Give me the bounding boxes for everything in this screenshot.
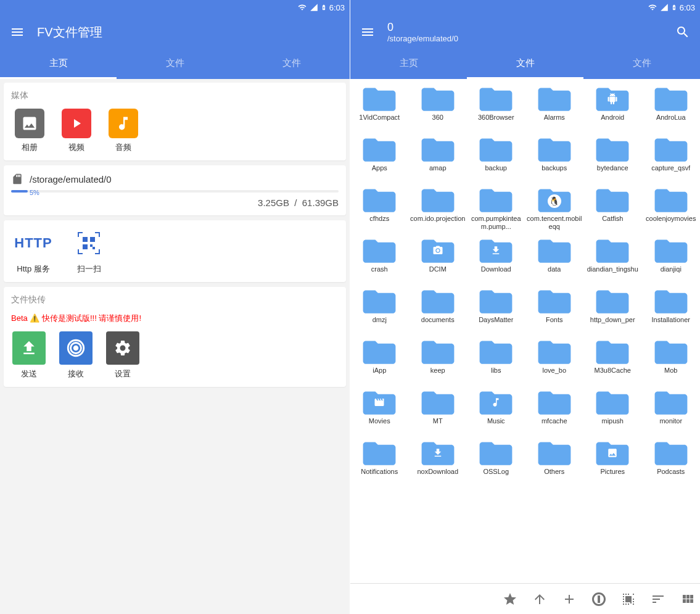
folder-label: noxDownload [417,468,458,484]
tab-files-1[interactable]: 文件 [467,49,583,79]
folder-label: backups [541,164,567,180]
folder-item[interactable]: backup [467,133,525,183]
folder-icon [654,136,688,163]
folder-item[interactable]: libs [467,336,525,385]
folder-item[interactable]: 🐧com.tencent.mobileqq [525,184,584,233]
view-icon[interactable] [680,592,695,607]
folder-item[interactable]: keep [409,336,467,385]
folder-item[interactable]: OSSLog [467,437,525,486]
tab-home[interactable]: 主页 [0,49,117,79]
add-icon[interactable] [562,592,577,607]
menu-icon[interactable] [360,25,375,39]
folder-item[interactable]: dianjiqi [642,234,701,284]
media-video[interactable]: 视频 [62,109,91,153]
folder-icon [537,439,572,467]
folder-item[interactable]: monitor [642,386,701,436]
folder-item[interactable]: Catfish [583,184,642,233]
folder-item[interactable]: Music [467,386,525,436]
folder-item[interactable]: amap [409,133,467,183]
folder-item[interactable]: Apps [350,133,409,183]
folder-item[interactable]: com.pumpkinteam.pump... [467,184,525,233]
search-icon[interactable] [675,25,690,39]
app-bar: 0 /storage/emulated/0 [350,15,700,49]
tab-files-1[interactable]: 文件 [117,49,233,79]
folder-item[interactable]: 1VidCompact [350,83,409,132]
storage-card[interactable]: /storage/emulated/0 5% 3.25GB / 61.39GB [4,165,346,215]
folder-item[interactable]: dmzj [350,285,409,334]
folder-grid-container[interactable]: 1VidCompact360360BrowserAlarmsAndroidAnd… [350,79,700,583]
http-service[interactable]: HTTP Http 服务 [15,228,52,275]
folder-item[interactable]: MT [409,386,467,436]
qr-scan[interactable]: 扫一扫 [70,228,107,275]
folder-title: 0 [387,21,663,34]
media-image[interactable]: 相册 [15,109,44,153]
folder-icon [479,85,513,112]
menu-icon[interactable] [10,25,25,39]
folder-item[interactable]: love_bo [525,336,584,385]
folder-item[interactable]: Fonts [525,285,584,334]
folder-item[interactable]: mipush [583,386,642,436]
folder-icon [479,288,513,315]
folder-item[interactable]: Podcasts [642,437,701,486]
folder-item[interactable]: cfhdzs [350,184,409,233]
tab-files-2[interactable]: 文件 [583,49,700,79]
folder-icon [537,85,572,112]
folder-item[interactable]: coolenjoymovies [642,184,701,233]
folder-item[interactable]: noxDownload [409,437,467,486]
folder-icon [654,237,688,264]
folder-item[interactable]: com.ido.projection [409,184,467,233]
folder-item[interactable]: capture_qsvf [642,133,701,183]
folder-item[interactable]: Android [583,83,642,132]
picture-icon [607,447,618,461]
star-icon[interactable] [503,592,517,607]
folder-item[interactable]: Download [467,234,525,284]
folder-item[interactable]: backups [525,133,584,183]
video-icon [62,109,91,138]
folder-item[interactable]: DaysMatter [467,285,525,334]
settings-icon [106,331,139,365]
action-receive[interactable]: 接收 [59,331,93,380]
folder-item[interactable]: Notifications [350,437,409,486]
folder-item[interactable]: 360Browser [467,83,525,132]
folder-item[interactable]: Others [525,437,584,486]
folder-item[interactable]: http_down_per [583,285,642,334]
sort-icon[interactable] [651,592,665,607]
tab-home[interactable]: 主页 [350,49,467,79]
folder-item[interactable]: Installationer [642,285,701,334]
tab-files-2[interactable]: 文件 [233,49,350,79]
folder-item[interactable]: mfcache [525,386,584,436]
qq-icon: 🐧 [548,194,561,208]
folder-item[interactable]: DCIM [409,234,467,284]
folder-item[interactable]: crash [350,234,409,284]
folder-item[interactable]: Pictures [583,437,642,486]
select-icon[interactable] [621,592,636,607]
info-icon[interactable] [591,592,606,607]
folder-item[interactable]: iApp [350,336,409,385]
folder-item[interactable]: AndroLua [642,83,701,132]
folder-label: Android [601,114,624,130]
folder-item[interactable]: 360 [409,83,467,132]
folder-item[interactable]: diandian_tingshu [583,234,642,284]
audio-icon [109,109,138,138]
folder-label: iApp [373,367,386,383]
action-settings[interactable]: 设置 [106,331,139,380]
folder-item[interactable]: data [525,234,584,284]
folder-icon [362,338,397,365]
up-icon[interactable] [532,592,547,607]
svg-rect-4 [93,247,95,249]
wifi-icon [297,3,307,12]
action-upload[interactable]: 发送 [12,331,46,380]
tools-card: HTTP Http 服务 扫一扫 [4,220,346,282]
folder-item[interactable]: documents [409,285,467,334]
folder-item[interactable]: Movies [350,386,409,436]
folder-item[interactable]: Mob [642,336,701,385]
media-audio[interactable]: 音频 [109,109,138,153]
folder-label: data [548,265,561,281]
folder-item[interactable]: bytedance [583,133,642,183]
folder-icon [421,237,455,264]
folder-label: mfcache [541,417,567,433]
folder-item[interactable]: Alarms [525,83,584,132]
folder-item[interactable]: M3u8Cache [583,336,642,385]
phone-right: 6:03 0 /storage/emulated/0 主页 文件 文件 1Vid… [350,0,700,614]
folder-icon [595,237,630,264]
